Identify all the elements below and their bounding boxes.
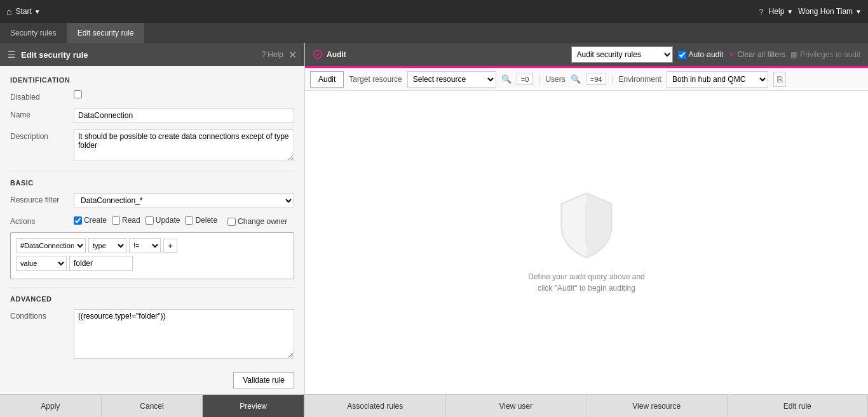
description-label: Description xyxy=(10,129,67,141)
clear-filters-btn[interactable]: ✕ Clear all filters xyxy=(728,50,785,59)
action-change-owner[interactable]: Change owner xyxy=(227,217,287,226)
conditions-control: ((resource.type!="folder")) xyxy=(74,309,294,361)
privileges-icon: ▦ xyxy=(790,50,797,59)
conditions-label: Conditions xyxy=(10,309,67,321)
cancel-btn[interactable]: Cancel xyxy=(102,395,203,417)
auto-audit-checkbox[interactable] xyxy=(678,51,686,59)
user-dropdown[interactable]: Wong Hon Tiam ▼ xyxy=(798,7,862,16)
help-label: Help xyxy=(769,7,785,16)
delete-checkbox[interactable] xyxy=(185,216,193,225)
bottom-right: Associated rules View user View resource… xyxy=(305,395,868,417)
panel-help-btn[interactable]: ? Help xyxy=(262,50,283,59)
search-icon: 🔍 xyxy=(501,74,512,84)
description-textarea[interactable]: It should be possible to create data con… xyxy=(74,129,294,161)
user-dropdown-arrow: ▼ xyxy=(855,8,862,15)
panel-content: IDENTIFICATION Disabled Name Description… xyxy=(0,66,304,394)
main-container: ☰ Edit security rule ? Help ✕ IDENTIFICA… xyxy=(0,43,868,394)
left-panel-title: Edit security rule xyxy=(21,50,257,60)
panel-close-btn[interactable]: ✕ xyxy=(288,49,297,61)
action-read[interactable]: Read xyxy=(112,216,140,225)
name-input[interactable] xyxy=(74,108,294,123)
description-row: Description It should be possible to cre… xyxy=(10,129,294,163)
audit-placeholder-shield xyxy=(555,191,618,261)
target-resource-label: Target resource xyxy=(349,75,402,84)
builder-value-input[interactable] xyxy=(69,256,133,271)
read-checkbox[interactable] xyxy=(112,216,120,225)
users-search-icon: 🔍 xyxy=(571,74,581,84)
builder-field-select[interactable]: #DataConnection xyxy=(16,238,86,253)
add-condition-btn[interactable]: + xyxy=(163,239,177,253)
help-dropdown[interactable]: Help ▼ xyxy=(769,7,794,16)
view-resource-btn[interactable]: View resource xyxy=(587,395,728,417)
action-create[interactable]: Create xyxy=(74,216,107,225)
actions-row: Actions Create Read Update xyxy=(10,215,294,226)
actions-label: Actions xyxy=(10,215,67,226)
builder-row-2: value xyxy=(16,256,288,271)
associated-rules-btn[interactable]: Associated rules xyxy=(305,395,446,417)
conditions-row: Conditions ((resource.type!="folder")) xyxy=(10,309,294,361)
breadcrumb-tab-security-rules[interactable]: Security rules xyxy=(0,23,67,43)
auto-audit-control: Auto-audit xyxy=(678,50,724,59)
name-label: Name xyxy=(10,108,67,119)
preview-btn[interactable]: Preview xyxy=(203,395,304,417)
privileges-btn[interactable]: ▦ Privileges to audit xyxy=(790,50,860,59)
breadcrumb-tab-edit-rule[interactable]: Edit security rule xyxy=(67,23,145,43)
create-checkbox[interactable] xyxy=(74,216,82,225)
bottom-bar: Apply Cancel Preview Associated rules Vi… xyxy=(0,394,868,417)
help-question-icon: ? xyxy=(759,7,763,17)
disabled-control xyxy=(74,90,294,100)
home-icon: ⌂ xyxy=(6,6,11,17)
change-owner-checkbox[interactable] xyxy=(227,218,236,226)
audit-shield-icon xyxy=(313,50,323,60)
user-label: Wong Hon Tiam xyxy=(798,7,853,16)
environment-select[interactable]: Both in hub and QMC xyxy=(667,71,768,88)
apply-btn[interactable]: Apply xyxy=(0,395,102,417)
help-dropdown-arrow: ▼ xyxy=(787,8,793,15)
update-checkbox[interactable] xyxy=(146,216,154,225)
description-control: It should be possible to create data con… xyxy=(74,129,294,163)
audit-header: Audit Audit security rules Auto-audit ✕ … xyxy=(305,43,868,66)
audit-btn[interactable]: Audit xyxy=(310,71,344,88)
toolbar-separator-2: | xyxy=(611,75,613,84)
top-nav: ⌂ Start ▼ ? Help ▼ Wong Hon Tiam ▼ xyxy=(0,0,868,23)
edit-rule-icon: ☰ xyxy=(8,50,16,60)
audit-toolbar: Audit Target resource Select resource 🔍 … xyxy=(305,68,868,91)
audit-type-select[interactable]: Audit security rules xyxy=(571,46,673,63)
view-user-btn[interactable]: View user xyxy=(446,395,587,417)
edit-rule-btn[interactable]: Edit rule xyxy=(728,395,869,417)
nav-right: ? Help ▼ Wong Hon Tiam ▼ xyxy=(759,7,862,17)
environment-label: Environment xyxy=(619,75,661,84)
panel-help-icon: ? xyxy=(262,50,266,59)
clear-filters-x-icon: ✕ xyxy=(728,50,735,59)
advanced-section-title: ADVANCED xyxy=(10,295,294,303)
builder-op-select[interactable]: != xyxy=(129,238,161,253)
copy-icon[interactable]: ⎘ xyxy=(773,72,786,87)
start-dropdown[interactable]: Start ▼ xyxy=(15,7,40,16)
validate-rule-btn[interactable]: Validate rule xyxy=(233,372,294,388)
audit-content: Define your audit query above and click … xyxy=(305,91,868,394)
builder-row-1: #DataConnection type != + xyxy=(16,238,288,253)
disabled-checkbox[interactable] xyxy=(74,90,82,98)
start-dropdown-arrow: ▼ xyxy=(34,8,41,15)
conditions-textarea[interactable]: ((resource.type!="folder")) xyxy=(74,309,294,359)
conditions-builder: #DataConnection type != + value xyxy=(10,232,294,279)
nav-left: ⌂ Start ▼ xyxy=(6,6,41,17)
breadcrumb-bar: Security rules Edit security rule xyxy=(0,23,868,43)
actions-control: Create Read Update Delete xyxy=(74,215,294,226)
basic-section-title: BASIC xyxy=(10,179,294,187)
builder-value-field-select[interactable]: value xyxy=(16,256,67,271)
audit-header-controls: Audit security rules Auto-audit ✕ Clear … xyxy=(571,46,860,63)
start-label: Start xyxy=(15,7,31,16)
target-resource-select[interactable]: Select resource xyxy=(407,71,496,88)
toolbar-separator: | xyxy=(538,75,540,84)
audit-message: Define your audit query above and click … xyxy=(528,271,644,294)
right-panel: Audit Audit security rules Auto-audit ✕ … xyxy=(305,43,868,394)
disabled-row: Disabled xyxy=(10,90,294,102)
left-panel: ☰ Edit security rule ? Help ✕ IDENTIFICA… xyxy=(0,43,305,394)
action-delete[interactable]: Delete xyxy=(185,216,217,225)
builder-prop-select[interactable]: type xyxy=(88,238,126,253)
resource-filter-select[interactable]: DataConnection_* xyxy=(74,193,294,208)
users-count-badge: =94 xyxy=(586,74,607,85)
identification-section-title: IDENTIFICATION xyxy=(10,76,294,84)
action-update[interactable]: Update xyxy=(146,216,180,225)
